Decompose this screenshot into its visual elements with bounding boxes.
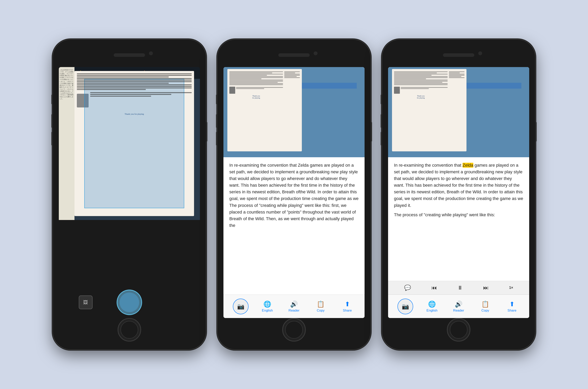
camera-toolbar-icon: 📷	[237, 303, 245, 310]
toolbar-english-3[interactable]: 🌐 English	[423, 300, 441, 313]
camera-toolbar-icon-3: 📷	[402, 303, 409, 310]
doc-line	[77, 76, 169, 77]
silent-switch-1[interactable]	[51, 95, 53, 104]
selection-overlay	[84, 79, 184, 208]
share-label: Share	[343, 309, 352, 313]
front-camera-1	[149, 51, 153, 55]
thankyou-small: Thank youfor playing	[229, 95, 283, 99]
mini-line	[394, 81, 448, 82]
silent-switch-2[interactable]	[216, 95, 217, 104]
phone3-toolbar: 📷 🌐 English 🔊 Reader 📋 Copy ⬆ Share	[388, 294, 529, 318]
mini-line	[401, 87, 448, 88]
mini-line	[401, 88, 429, 89]
mini-line	[229, 71, 283, 72]
mini-line	[229, 83, 283, 84]
toolbar-english[interactable]: 🌐 English	[258, 300, 276, 313]
text-continued: The process of "creating while playing" …	[394, 212, 523, 218]
pause-button[interactable]: ⏸	[457, 285, 463, 291]
reader-label: Reader	[288, 309, 300, 313]
home-button-inner-2	[285, 321, 303, 339]
mini-line	[229, 84, 283, 85]
gallery-button[interactable]: 🖼	[79, 295, 93, 309]
home-button-3[interactable]	[447, 318, 470, 342]
doc-line	[77, 75, 192, 76]
mini-line	[229, 77, 283, 78]
vol-down-button-1[interactable]	[51, 132, 53, 145]
phone2-screen: Thank youfor playing In re-examining the…	[223, 67, 365, 318]
phone1-screen: ⚡ ⚙ 🔖 OCR これは日本語のテキストです。ゲームを開発する際に、プレイヤー…	[59, 67, 200, 318]
mini-line	[284, 75, 300, 76]
phone-speaker-2	[278, 53, 310, 57]
vol-down-button-3[interactable]	[381, 132, 382, 145]
phone-speaker-1	[114, 53, 145, 57]
mini-line	[229, 74, 283, 74]
doc-line	[77, 78, 192, 79]
share-icon: ⬆	[345, 300, 350, 308]
doc-line	[77, 83, 169, 84]
english-label: English	[262, 309, 273, 313]
power-button-2[interactable]	[371, 122, 372, 142]
toolbar-share[interactable]: ⬆ Share	[339, 300, 356, 313]
front-camera-2	[314, 51, 317, 55]
home-button-1[interactable]	[118, 318, 141, 342]
doc-line	[90, 94, 171, 95]
camera-controls: 🖼	[59, 287, 200, 318]
mini-line	[394, 72, 437, 73]
doc-line	[77, 80, 192, 81]
forward-button[interactable]: ⏭	[483, 285, 489, 291]
phone-3: Thank youfor playing In re-examining the…	[382, 40, 535, 349]
speaker-icon: 🔊	[290, 300, 298, 308]
home-button-inner-1	[121, 321, 138, 339]
vol-up-button-2[interactable]	[216, 114, 217, 128]
globe-icon-3: 🌐	[428, 300, 436, 308]
rewind-button[interactable]: ⏮	[432, 285, 437, 291]
toolbar-copy[interactable]: 📋 Copy	[312, 300, 330, 313]
mini-line	[449, 75, 464, 76]
doc-line	[90, 96, 151, 97]
toolbar-copy-3[interactable]: 📋 Copy	[476, 300, 494, 313]
mini-line	[449, 77, 464, 78]
power-button-3[interactable]	[535, 122, 537, 142]
copy-icon-3: 📋	[481, 300, 489, 308]
mini-line	[229, 78, 261, 79]
camera-toolbar-button-3[interactable]: 📷	[398, 299, 413, 314]
document-overlay-3: Thank youfor playing	[392, 69, 466, 151]
english-label-3: English	[427, 309, 437, 313]
toolbar-camera-3[interactable]: 📷	[397, 299, 414, 314]
japanese-text: これは日本語のテキストです。ゲームを開発する際に、プレイヤーが自由に動けるように…	[60, 69, 74, 100]
reading-text-content: In re-examining the convention that Zeld…	[388, 157, 529, 281]
doc-line	[90, 92, 192, 93]
shutter-button[interactable]	[117, 290, 142, 315]
document-image-area-3: Thank youfor playing	[388, 67, 529, 157]
toolbar-camera[interactable]: 📷	[232, 299, 249, 314]
home-button-2[interactable]	[282, 318, 306, 342]
mini-line	[236, 88, 264, 89]
phone3-screen: Thank youfor playing In re-examining the…	[388, 67, 529, 318]
copy-label-3: Copy	[481, 309, 489, 313]
mini-line	[449, 74, 464, 74]
power-button-1[interactable]	[206, 122, 207, 142]
camera-toolbar-button[interactable]: 📷	[233, 299, 248, 314]
vol-up-button-1[interactable]	[51, 114, 53, 128]
toolbar-reader-3[interactable]: 🔊 Reader	[450, 300, 467, 313]
mini-line	[394, 76, 448, 77]
mini-line	[394, 75, 432, 76]
doc-line	[77, 81, 192, 82]
mini-line	[394, 78, 426, 79]
vol-up-button-3[interactable]	[381, 114, 382, 128]
mini-line	[449, 72, 460, 73]
mini-line	[284, 71, 300, 72]
front-camera-3	[478, 51, 482, 55]
comment-button[interactable]: 💬	[404, 285, 411, 291]
copy-icon: 📋	[317, 300, 325, 308]
toolbar-share-3[interactable]: ⬆ Share	[503, 300, 521, 313]
gallery-icon: 🖼	[83, 300, 88, 305]
phone-1: ⚡ ⚙ 🔖 OCR これは日本語のテキストです。ゲームを開発する際に、プレイヤー…	[53, 40, 206, 349]
mini-line	[284, 72, 295, 73]
doc-line	[77, 86, 192, 87]
silent-switch-3[interactable]	[381, 95, 382, 104]
toolbar-reader[interactable]: 🔊 Reader	[285, 300, 303, 313]
vol-down-button-2[interactable]	[216, 132, 217, 145]
mini-line	[229, 82, 278, 83]
mini-line	[284, 74, 300, 74]
